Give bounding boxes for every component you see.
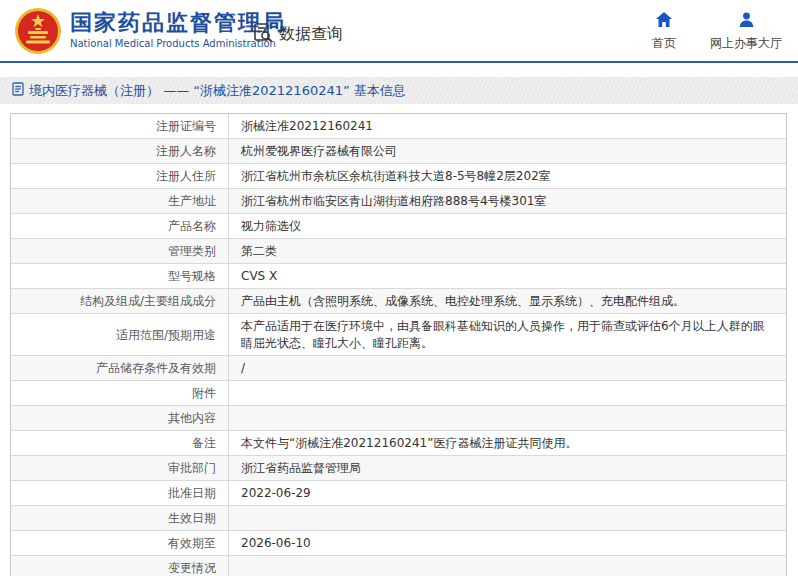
table-row: 其他内容 [11,406,786,431]
nav-home[interactable]: 首页 [652,12,676,52]
document-icon [12,82,24,99]
row-value: 视力筛选仪 [229,214,786,238]
row-value: 浙江省杭州市临安区青山湖街道相府路888号4号楼301室 [229,189,786,213]
row-value: 第二类 [229,239,786,263]
row-label: 备注 [11,431,229,455]
table-row: 适用范围/预期用途本产品适用于在医疗环境中，由具备眼科基础知识的人员操作，用于筛… [11,314,786,356]
site-header: 国家药品监督管理局 National Medical Products Admi… [0,0,798,63]
table-row: 有效期至2026-06-10 [11,531,786,556]
row-value: 浙江省杭州市余杭区余杭街道科技大道8-5号8幢2层202室 [229,164,786,188]
table-row: 管理类别第二类 [11,239,786,264]
row-value: 产品由主机（含照明系统、成像系统、电控处理系统、显示系统）、充电配件组成。 [229,289,786,313]
row-value: 2022-06-29 [229,481,786,505]
row-label: 产品名称 [11,214,229,238]
row-value: / [229,356,786,380]
nav-service-hall-label: 网上办事大厅 [710,35,782,52]
row-value: 2026-06-10 [229,531,786,555]
row-label: 其他内容 [11,406,229,430]
row-value: CVS X [229,264,786,288]
row-label: 型号规格 [11,264,229,288]
row-label: 审批部门 [11,456,229,480]
top-nav: 首页 网上办事大厅 [652,12,782,52]
row-label: 附件 [11,381,229,405]
table-row: 注册人住所浙江省杭州市余杭区余杭街道科技大道8-5号8幢2层202室 [11,164,786,189]
table-row: 注册人名称杭州爱视界医疗器械有限公司 [11,139,786,164]
row-label: 注册人名称 [11,139,229,163]
document-search-icon [252,21,274,47]
table-row: 备注本文件与“浙械注准20212160241”医疗器械注册证共同使用。 [11,431,786,456]
home-icon [656,12,672,31]
row-value: 本产品适用于在医疗环境中，由具备眼科基础知识的人员操作，用于筛查或评估6个月以上… [229,314,786,355]
row-label: 注册人住所 [11,164,229,188]
row-label: 有效期至 [11,531,229,555]
row-value: 浙江省药品监督管理局 [229,456,786,480]
table-row: 生产地址浙江省杭州市临安区青山湖街道相府路888号4号楼301室 [11,189,786,214]
breadcrumb-band: 境内医疗器械（注册） —— “浙械注准20212160241” 基本信息 [0,77,798,104]
nav-home-label: 首页 [652,35,676,52]
table-row: 结构及组成/主要组成成分产品由主机（含照明系统、成像系统、电控处理系统、显示系统… [11,289,786,314]
table-row: 附件 [11,381,786,406]
national-emblem-logo [14,7,62,55]
user-icon [739,12,754,31]
nav-service-hall[interactable]: 网上办事大厅 [710,12,782,52]
row-value: 杭州爱视界医疗器械有限公司 [229,139,786,163]
row-value [229,556,786,576]
table-row: 生效日期 [11,506,786,531]
table-row: 产品储存条件及有效期/ [11,356,786,381]
row-value: 浙械注准20212160241 [229,114,786,138]
data-query-label: 数据查询 [279,24,343,45]
row-label: 结构及组成/主要组成成分 [11,289,229,313]
breadcrumb: 境内医疗器械（注册） —— “浙械注准20212160241” 基本信息 [12,82,406,100]
row-label: 产品储存条件及有效期 [11,356,229,380]
table-row: 变更情况 [11,556,786,576]
row-label: 生产地址 [11,189,229,213]
row-label: 适用范围/预期用途 [11,314,229,355]
table-row: 产品名称视力筛选仪 [11,214,786,239]
table-row: 批准日期2022-06-29 [11,481,786,506]
row-value [229,506,786,530]
breadcrumb-text: 境内医疗器械（注册） —— “浙械注准20212160241” 基本信息 [29,82,406,100]
table-row: 审批部门浙江省药品监督管理局 [11,456,786,481]
row-label: 变更情况 [11,556,229,576]
row-label: 注册证编号 [11,114,229,138]
row-value [229,381,786,405]
row-label: 生效日期 [11,506,229,530]
data-query-nav[interactable]: 数据查询 [252,21,343,47]
table-row: 注册证编号浙械注准20212160241 [11,114,786,139]
row-value: 本文件与“浙械注准20212160241”医疗器械注册证共同使用。 [229,431,786,455]
row-label: 管理类别 [11,239,229,263]
info-table: 注册证编号浙械注准20212160241注册人名称杭州爱视界医疗器械有限公司注册… [10,113,787,576]
row-label: 批准日期 [11,481,229,505]
row-value [229,406,786,430]
table-row: 型号规格CVS X [11,264,786,289]
